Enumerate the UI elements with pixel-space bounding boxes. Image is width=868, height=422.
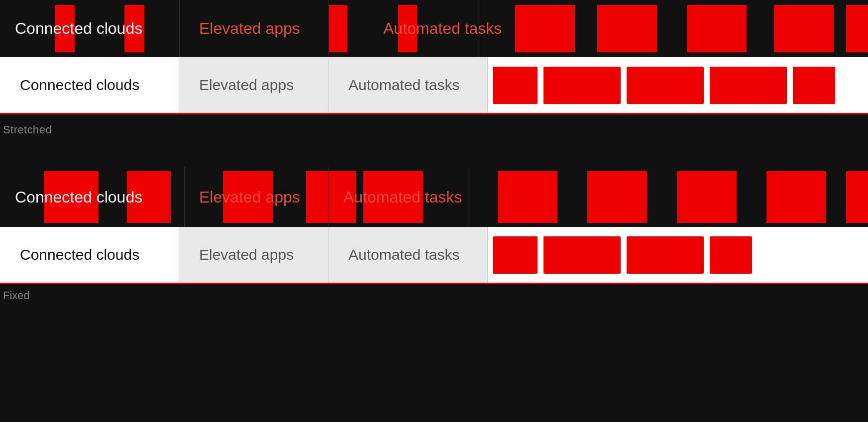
right-block-2-3: [627, 236, 704, 274]
section-label-fixed: Fixed: [0, 284, 868, 307]
tab-label: Elevated apps: [199, 19, 300, 38]
tab-label: Connected clouds: [20, 246, 139, 263]
right-block-4: [710, 67, 787, 104]
sep-d1-3: [478, 0, 478, 57]
right-blocks-light-2: [488, 227, 868, 283]
tab-elevated-apps-dark-2[interactable]: Elevated apps: [184, 167, 328, 227]
sep-d1-1: [179, 0, 180, 57]
tab-automated-tasks-light-2[interactable]: Automated tasks: [328, 227, 488, 283]
right-block-2-2: [543, 236, 621, 274]
tab-label: Elevated apps: [199, 77, 294, 94]
dark-gap: [0, 142, 868, 167]
right-blocks-light-1: [488, 57, 868, 113]
tab-elevated-apps-light-1[interactable]: Elevated apps: [179, 57, 328, 113]
section-label-stretched: Stretched: [0, 114, 868, 142]
tab-connected-clouds-dark-2[interactable]: Connected clouds: [0, 167, 184, 227]
right-block-5: [793, 67, 835, 104]
tab-label: Elevated apps: [199, 246, 294, 263]
dark-tabbar-2: Connected clouds Elevated apps Automated…: [0, 167, 868, 227]
tab-automated-tasks-dark-1[interactable]: Automated tasks: [368, 0, 552, 57]
right-block-2: [543, 67, 621, 104]
tab-automated-tasks-light-1[interactable]: Automated tasks: [328, 57, 488, 113]
tab-label: Connected clouds: [20, 77, 139, 94]
right-block-3: [627, 67, 704, 104]
section-label-text: Fixed: [3, 289, 30, 302]
right-block-1: [493, 67, 538, 104]
sep-d1-2: [328, 0, 329, 57]
light-tabbar-1: Connected clouds Elevated apps Automated…: [0, 57, 868, 114]
right-block-2-1: [493, 236, 538, 274]
light-tabbar-2: Connected clouds Elevated apps Automated…: [0, 227, 868, 284]
tab-automated-tasks-dark-2[interactable]: Automated tasks: [328, 167, 477, 227]
section-label-text: Stretched: [3, 123, 52, 136]
tab-label: Automated tasks: [343, 188, 462, 207]
tab-label: Automated tasks: [348, 77, 459, 94]
dark-tabbar-1-inner: Connected clouds Elevated apps Automated…: [0, 0, 868, 57]
tab-elevated-apps-light-2[interactable]: Elevated apps: [179, 227, 328, 283]
tab-label: Connected clouds: [15, 19, 142, 38]
tab-label: Elevated apps: [199, 188, 300, 207]
tab-connected-clouds-light-2[interactable]: Connected clouds: [0, 227, 179, 283]
dark-tabbar-1: Connected clouds Elevated apps Automated…: [0, 0, 868, 57]
dark-tabbar-2-inner: Connected clouds Elevated apps Automated…: [0, 167, 868, 227]
tab-label: Connected clouds: [15, 188, 142, 207]
sep-d2-3: [469, 167, 469, 227]
tab-label: Automated tasks: [383, 19, 502, 38]
tab-label: Automated tasks: [348, 246, 459, 263]
tab-connected-clouds-light-1[interactable]: Connected clouds: [0, 57, 179, 113]
right-block-2-4: [710, 236, 752, 274]
sep-d2-2: [328, 167, 329, 227]
sep-d2-1: [184, 167, 185, 227]
tab-connected-clouds-dark-1[interactable]: Connected clouds: [0, 0, 184, 57]
tab-elevated-apps-dark-1[interactable]: Elevated apps: [184, 0, 368, 57]
